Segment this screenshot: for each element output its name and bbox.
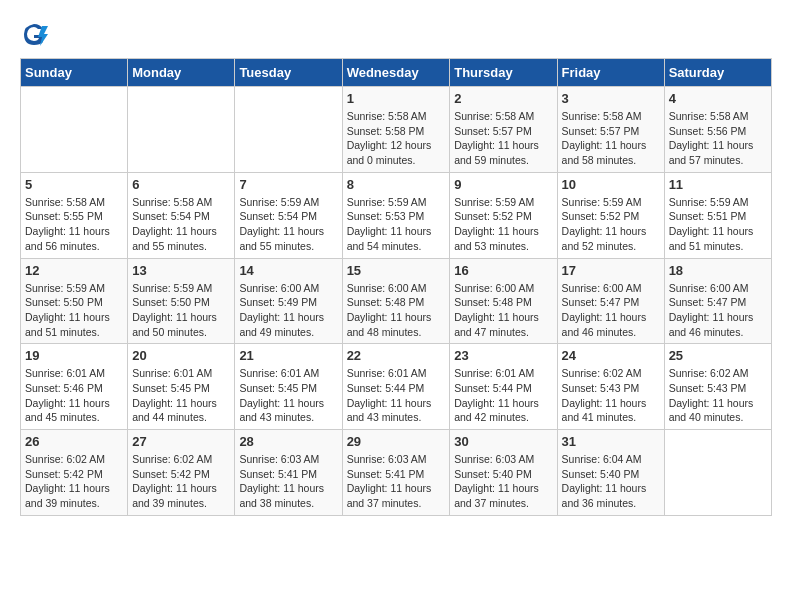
weekday-header: Sunday [21, 59, 128, 87]
calendar-cell: 30Sunrise: 6:03 AM Sunset: 5:40 PM Dayli… [450, 430, 557, 516]
calendar-cell: 11Sunrise: 5:59 AM Sunset: 5:51 PM Dayli… [664, 172, 771, 258]
logo [20, 20, 52, 48]
day-number: 17 [562, 263, 660, 278]
day-number: 16 [454, 263, 552, 278]
calendar-cell [235, 87, 342, 173]
calendar-table: SundayMondayTuesdayWednesdayThursdayFrid… [20, 58, 772, 516]
calendar-cell: 26Sunrise: 6:02 AM Sunset: 5:42 PM Dayli… [21, 430, 128, 516]
day-number: 22 [347, 348, 446, 363]
day-info: Sunrise: 6:00 AM Sunset: 5:47 PM Dayligh… [669, 281, 767, 340]
day-info: Sunrise: 5:59 AM Sunset: 5:50 PM Dayligh… [132, 281, 230, 340]
calendar-cell: 25Sunrise: 6:02 AM Sunset: 5:43 PM Dayli… [664, 344, 771, 430]
day-number: 20 [132, 348, 230, 363]
calendar-cell: 9Sunrise: 5:59 AM Sunset: 5:52 PM Daylig… [450, 172, 557, 258]
day-info: Sunrise: 6:02 AM Sunset: 5:43 PM Dayligh… [669, 366, 767, 425]
weekday-header: Tuesday [235, 59, 342, 87]
calendar-cell: 28Sunrise: 6:03 AM Sunset: 5:41 PM Dayli… [235, 430, 342, 516]
calendar-cell: 20Sunrise: 6:01 AM Sunset: 5:45 PM Dayli… [128, 344, 235, 430]
page-header [20, 20, 772, 48]
day-number: 11 [669, 177, 767, 192]
day-number: 2 [454, 91, 552, 106]
day-number: 31 [562, 434, 660, 449]
day-info: Sunrise: 5:58 AM Sunset: 5:56 PM Dayligh… [669, 109, 767, 168]
calendar-cell: 31Sunrise: 6:04 AM Sunset: 5:40 PM Dayli… [557, 430, 664, 516]
day-number: 28 [239, 434, 337, 449]
day-number: 4 [669, 91, 767, 106]
weekday-header: Wednesday [342, 59, 450, 87]
calendar-cell: 6Sunrise: 5:58 AM Sunset: 5:54 PM Daylig… [128, 172, 235, 258]
day-info: Sunrise: 5:59 AM Sunset: 5:52 PM Dayligh… [562, 195, 660, 254]
logo-icon [20, 20, 48, 48]
day-number: 25 [669, 348, 767, 363]
day-number: 27 [132, 434, 230, 449]
day-number: 29 [347, 434, 446, 449]
day-info: Sunrise: 6:03 AM Sunset: 5:41 PM Dayligh… [347, 452, 446, 511]
calendar-cell: 19Sunrise: 6:01 AM Sunset: 5:46 PM Dayli… [21, 344, 128, 430]
calendar-cell: 13Sunrise: 5:59 AM Sunset: 5:50 PM Dayli… [128, 258, 235, 344]
day-info: Sunrise: 6:04 AM Sunset: 5:40 PM Dayligh… [562, 452, 660, 511]
day-number: 26 [25, 434, 123, 449]
calendar-cell: 18Sunrise: 6:00 AM Sunset: 5:47 PM Dayli… [664, 258, 771, 344]
calendar-cell: 10Sunrise: 5:59 AM Sunset: 5:52 PM Dayli… [557, 172, 664, 258]
weekday-header: Thursday [450, 59, 557, 87]
calendar-cell: 23Sunrise: 6:01 AM Sunset: 5:44 PM Dayli… [450, 344, 557, 430]
day-info: Sunrise: 5:58 AM Sunset: 5:57 PM Dayligh… [562, 109, 660, 168]
day-number: 3 [562, 91, 660, 106]
calendar-cell: 29Sunrise: 6:03 AM Sunset: 5:41 PM Dayli… [342, 430, 450, 516]
weekday-header: Friday [557, 59, 664, 87]
day-info: Sunrise: 6:01 AM Sunset: 5:45 PM Dayligh… [239, 366, 337, 425]
calendar-cell: 14Sunrise: 6:00 AM Sunset: 5:49 PM Dayli… [235, 258, 342, 344]
calendar-cell [128, 87, 235, 173]
day-info: Sunrise: 5:58 AM Sunset: 5:54 PM Dayligh… [132, 195, 230, 254]
day-info: Sunrise: 6:00 AM Sunset: 5:47 PM Dayligh… [562, 281, 660, 340]
calendar-cell: 2Sunrise: 5:58 AM Sunset: 5:57 PM Daylig… [450, 87, 557, 173]
day-number: 5 [25, 177, 123, 192]
day-info: Sunrise: 6:02 AM Sunset: 5:42 PM Dayligh… [132, 452, 230, 511]
day-info: Sunrise: 5:59 AM Sunset: 5:51 PM Dayligh… [669, 195, 767, 254]
day-info: Sunrise: 5:58 AM Sunset: 5:58 PM Dayligh… [347, 109, 446, 168]
calendar-cell: 22Sunrise: 6:01 AM Sunset: 5:44 PM Dayli… [342, 344, 450, 430]
day-info: Sunrise: 5:59 AM Sunset: 5:53 PM Dayligh… [347, 195, 446, 254]
calendar-cell: 15Sunrise: 6:00 AM Sunset: 5:48 PM Dayli… [342, 258, 450, 344]
day-number: 7 [239, 177, 337, 192]
calendar-cell: 3Sunrise: 5:58 AM Sunset: 5:57 PM Daylig… [557, 87, 664, 173]
day-info: Sunrise: 6:01 AM Sunset: 5:46 PM Dayligh… [25, 366, 123, 425]
calendar-cell [21, 87, 128, 173]
day-number: 30 [454, 434, 552, 449]
calendar-cell: 4Sunrise: 5:58 AM Sunset: 5:56 PM Daylig… [664, 87, 771, 173]
day-number: 8 [347, 177, 446, 192]
day-number: 24 [562, 348, 660, 363]
calendar-cell: 5Sunrise: 5:58 AM Sunset: 5:55 PM Daylig… [21, 172, 128, 258]
day-number: 23 [454, 348, 552, 363]
day-number: 6 [132, 177, 230, 192]
day-number: 1 [347, 91, 446, 106]
weekday-header: Monday [128, 59, 235, 87]
calendar-cell: 8Sunrise: 5:59 AM Sunset: 5:53 PM Daylig… [342, 172, 450, 258]
day-number: 10 [562, 177, 660, 192]
day-info: Sunrise: 6:00 AM Sunset: 5:48 PM Dayligh… [347, 281, 446, 340]
day-info: Sunrise: 6:03 AM Sunset: 5:41 PM Dayligh… [239, 452, 337, 511]
calendar-cell [664, 430, 771, 516]
calendar-cell: 7Sunrise: 5:59 AM Sunset: 5:54 PM Daylig… [235, 172, 342, 258]
calendar-cell: 27Sunrise: 6:02 AM Sunset: 5:42 PM Dayli… [128, 430, 235, 516]
day-number: 9 [454, 177, 552, 192]
day-info: Sunrise: 6:01 AM Sunset: 5:45 PM Dayligh… [132, 366, 230, 425]
calendar-cell: 16Sunrise: 6:00 AM Sunset: 5:48 PM Dayli… [450, 258, 557, 344]
day-number: 15 [347, 263, 446, 278]
day-number: 12 [25, 263, 123, 278]
calendar-cell: 12Sunrise: 5:59 AM Sunset: 5:50 PM Dayli… [21, 258, 128, 344]
calendar-cell: 1Sunrise: 5:58 AM Sunset: 5:58 PM Daylig… [342, 87, 450, 173]
day-info: Sunrise: 6:02 AM Sunset: 5:43 PM Dayligh… [562, 366, 660, 425]
day-info: Sunrise: 5:59 AM Sunset: 5:52 PM Dayligh… [454, 195, 552, 254]
calendar-cell: 17Sunrise: 6:00 AM Sunset: 5:47 PM Dayli… [557, 258, 664, 344]
calendar-cell: 24Sunrise: 6:02 AM Sunset: 5:43 PM Dayli… [557, 344, 664, 430]
day-info: Sunrise: 6:00 AM Sunset: 5:48 PM Dayligh… [454, 281, 552, 340]
day-info: Sunrise: 6:00 AM Sunset: 5:49 PM Dayligh… [239, 281, 337, 340]
day-info: Sunrise: 5:59 AM Sunset: 5:50 PM Dayligh… [25, 281, 123, 340]
day-number: 14 [239, 263, 337, 278]
day-number: 18 [669, 263, 767, 278]
day-info: Sunrise: 6:01 AM Sunset: 5:44 PM Dayligh… [347, 366, 446, 425]
day-number: 21 [239, 348, 337, 363]
day-info: Sunrise: 6:01 AM Sunset: 5:44 PM Dayligh… [454, 366, 552, 425]
day-number: 19 [25, 348, 123, 363]
